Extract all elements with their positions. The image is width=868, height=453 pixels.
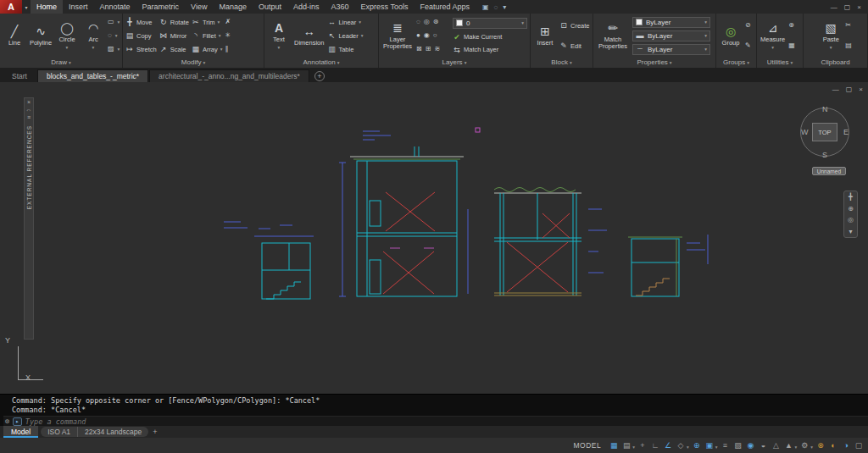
snap-mode-icon[interactable]: ▤	[620, 439, 632, 451]
external-references-palette[interactable]: × ⇔ ≡ EXTERNAL REFERENCES	[24, 97, 34, 340]
ribbon-tab-featured-apps[interactable]: Featured Apps	[414, 0, 476, 14]
arc-button[interactable]: ◠ Arc ▾	[81, 15, 105, 56]
layout-tab-22x34-landscape[interactable]: 22x34 Landscape	[78, 427, 148, 437]
chevron-down-icon[interactable]: ▾	[687, 445, 689, 450]
trim-button[interactable]: ✂Trim▾	[192, 18, 223, 26]
command-input[interactable]	[25, 417, 868, 426]
paste-button[interactable]: ▧ Paste ▾	[819, 15, 843, 56]
transparency-icon[interactable]: ▨	[732, 439, 743, 451]
restore-drawing-icon[interactable]: ▢	[846, 86, 853, 93]
mirror-button[interactable]: ⋈Mirror	[159, 31, 189, 40]
drawing-stair-section-2[interactable]	[628, 235, 708, 296]
chevron-down-icon[interactable]: ▾	[632, 445, 635, 450]
zoom-icon[interactable]: ⊕	[848, 205, 854, 213]
ungroup-icon[interactable]: ⊘	[745, 21, 751, 30]
viewcube-north[interactable]: N	[822, 105, 828, 113]
properties-panel-title[interactable]: Properties▾	[593, 58, 715, 68]
ribbon-tab-output[interactable]: Output	[253, 0, 287, 14]
rectangle-icon[interactable]: ▭	[108, 18, 114, 26]
viewcube[interactable]: N S W E TOP	[798, 106, 851, 158]
new-drawing-button[interactable]: +	[314, 71, 325, 81]
chevron-down-icon[interactable]: ▾	[849, 228, 852, 235]
annotation-visibility-icon[interactable]: ◒	[757, 439, 769, 451]
grid-icon[interactable]: ▦	[608, 439, 620, 451]
palette-menu-icon[interactable]: ≡	[27, 113, 31, 121]
table-button[interactable]: ▥Table	[327, 45, 363, 53]
layout-tab-iso-a1[interactable]: ISO A1	[41, 427, 78, 437]
copy-button[interactable]: ▤Copy	[125, 31, 157, 40]
ortho-mode-icon[interactable]: ∟	[649, 439, 661, 451]
workspace-switching-icon[interactable]: ⚙	[798, 439, 810, 451]
screen-capture-icon[interactable]: ▣	[482, 3, 489, 11]
command-input-row[interactable]: ⚙ ▸	[3, 416, 868, 426]
hatch-icon[interactable]: ▨	[108, 45, 114, 53]
copy-clip-icon[interactable]: ▤	[845, 41, 852, 50]
doc-tab-blocks-and-tables[interactable]: blocks_and_tables_-_metric*	[37, 69, 148, 82]
layer-unisolate-icon[interactable]: ◉	[424, 31, 430, 40]
stretch-button[interactable]: ↦Stretch	[125, 45, 157, 53]
chevron-down-icon[interactable]: ▾	[115, 33, 118, 38]
autohide-palette-icon[interactable]: ⇔	[26, 106, 32, 113]
drawing-geometry[interactable]	[0, 82, 868, 394]
viewcube-east[interactable]: E	[843, 128, 849, 136]
utilities-panel-title[interactable]: Utilities▾	[757, 58, 803, 68]
chevron-down-icon[interactable]: ▾	[118, 47, 120, 52]
doc-tab-architectural[interactable]: architectural_-_anno...ng_and_multileade…	[149, 69, 309, 82]
polyline-button[interactable]: ∿ Polyline	[29, 15, 53, 56]
erase-icon[interactable]: ✗	[225, 18, 231, 26]
rotate-button[interactable]: ↻Rotate	[159, 18, 189, 26]
navigation-bar[interactable]: ╋ ⊕ ◎ ▾	[843, 191, 858, 238]
layer-freeze-icon[interactable]: ⊛	[433, 18, 439, 26]
layer-isolate-icon[interactable]: ◎	[424, 18, 430, 26]
chevron-down-icon[interactable]: ▾	[794, 445, 797, 450]
modify-panel-title[interactable]: Modify▾	[123, 58, 264, 68]
viewcube-ucs-menu[interactable]: Unnamed	[812, 167, 846, 175]
drawing-building-section-2[interactable]	[494, 188, 607, 296]
object-snap-tracking-icon[interactable]: ⊕	[691, 439, 703, 451]
block-panel-title[interactable]: Block▾	[531, 58, 593, 68]
cloud-icon[interactable]: ◌	[494, 3, 498, 11]
layer-lock-icon[interactable]: ⊠	[416, 45, 422, 53]
layout-tab-model[interactable]: Model	[3, 426, 38, 438]
move-button[interactable]: ╋Move	[125, 18, 157, 26]
layer-off-icon[interactable]: ◌	[416, 18, 420, 26]
explode-icon[interactable]: ✳	[225, 31, 231, 40]
layers-panel-title[interactable]: Layers▾	[379, 58, 530, 68]
app-logo[interactable]: A	[0, 0, 22, 14]
annotation-panel-title[interactable]: Annotation▾	[264, 58, 378, 68]
ribbon-tab-add-ins[interactable]: Add-ins	[287, 0, 326, 14]
graphics-performance-icon[interactable]: ◑	[840, 439, 852, 451]
polar-tracking-icon[interactable]: ∠	[662, 439, 674, 451]
groups-panel-title[interactable]: Groups▾	[716, 58, 756, 68]
isometric-drafting-icon[interactable]: ◇	[675, 439, 687, 451]
viewcube-top-face[interactable]: TOP	[812, 123, 837, 141]
minimize-window-icon[interactable]: —	[831, 3, 837, 11]
ribbon-tab-view[interactable]: View	[185, 0, 213, 14]
ellipse-icon[interactable]: ◌	[108, 31, 112, 40]
drawing-building-section-main[interactable]	[339, 131, 468, 296]
app-menu-chevron-icon[interactable]: ▾	[22, 0, 31, 14]
model-space-viewport[interactable]: — ▢ × × ⇔ ≡ EXTERNAL REFERENCES	[0, 82, 868, 394]
chevron-down-icon[interactable]: ▾	[715, 445, 718, 450]
layer-thaw-icon[interactable]: ○	[433, 31, 437, 40]
linear-button[interactable]: ↔Linear▾	[327, 18, 363, 26]
object-snap-icon[interactable]: ▣	[704, 439, 715, 451]
draw-panel-title[interactable]: Draw▾	[0, 58, 122, 68]
annotation-monitor-icon[interactable]: ⊗	[815, 439, 826, 451]
close-window-icon[interactable]: ×	[857, 3, 861, 11]
close-palette-icon[interactable]: ×	[27, 98, 31, 106]
clean-screen-icon[interactable]: ▢	[853, 439, 865, 451]
close-drawing-icon[interactable]: ×	[859, 86, 863, 93]
linetype-dropdown[interactable]: ┄ ByLayer ▾	[632, 44, 710, 55]
insert-block-button[interactable]: ⊞ Insert	[533, 15, 557, 56]
ribbon-tab-annotate[interactable]: Annotate	[94, 0, 136, 14]
ribbon-tab-parametric[interactable]: Parametric	[136, 0, 186, 14]
ribbon-tab-home[interactable]: Home	[31, 0, 63, 14]
group-button[interactable]: ◎ Group	[719, 15, 743, 56]
layer-unlock-icon[interactable]: ⊞	[426, 45, 431, 53]
restore-window-icon[interactable]: ▢	[844, 3, 851, 11]
fillet-button[interactable]: ◝Fillet▾	[192, 31, 223, 40]
isolate-objects-icon[interactable]: ◐	[827, 439, 839, 451]
make-current-button[interactable]: ✔Make Current	[453, 33, 527, 41]
text-button[interactable]: A Text ▾	[267, 15, 291, 56]
